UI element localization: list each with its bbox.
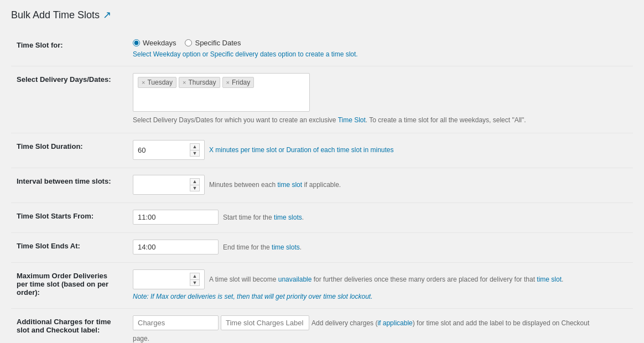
starts-from-row: Time Slot Starts From: Start time for th… (11, 203, 633, 233)
charges-label-input[interactable] (221, 315, 309, 330)
starts-from-field: Start time for the time slots. (127, 203, 633, 233)
tag-thursday-remove[interactable]: × (183, 79, 186, 86)
max-deliveries-row: Maximum Order Deliveries per time slot (… (11, 263, 633, 309)
starts-from-input[interactable] (133, 210, 219, 225)
external-link[interactable]: ↗ (103, 9, 111, 21)
max-deliveries-spinner: ▲ ▼ (133, 269, 205, 289)
tag-tuesday: × Tuesday (138, 77, 176, 88)
tag-tuesday-remove[interactable]: × (142, 79, 145, 86)
ends-at-field: End time for the time slots. (127, 233, 633, 263)
radio-weekdays-input[interactable] (133, 39, 140, 46)
charges-row: Additional Charges for time slot and Che… (11, 309, 633, 344)
interval-down-button[interactable]: ▼ (190, 185, 200, 191)
charges-field-row: Add delivery charges (if applicable) for… (133, 315, 627, 330)
starts-from-label: Time Slot Starts From: (11, 203, 127, 233)
ends-at-label: Time Slot Ends At: (11, 233, 127, 263)
interval-spinner: ▲ ▼ (133, 175, 205, 195)
tag-friday: × Friday (222, 77, 255, 88)
max-deliveries-input[interactable] (138, 276, 188, 284)
time-slot-for-label: Time Slot for: (11, 32, 127, 66)
duration-label: Time Slot Duration: (11, 133, 127, 168)
radio-weekdays[interactable]: Weekdays (133, 39, 176, 47)
charges-label: Additional Charges for time slot and Che… (11, 309, 127, 344)
time-slot-for-hint: Select Weekday option or Specific delive… (133, 50, 627, 58)
ends-at-input[interactable] (133, 240, 219, 254)
interval-input[interactable] (138, 181, 188, 189)
interval-spinner-buttons: ▲ ▼ (190, 178, 200, 191)
interval-hint: Minutes between each time slot if applic… (209, 181, 341, 189)
page-container: Bulk Add Time Slots ↗ Time Slot for: Wee… (0, 0, 644, 343)
charges-input[interactable] (133, 315, 219, 330)
max-deliveries-spinner-buttons: ▲ ▼ (190, 273, 200, 286)
radio-weekdays-label: Weekdays (143, 39, 176, 47)
tag-friday-remove[interactable]: × (226, 79, 230, 86)
charges-field: Add delivery charges (if applicable) for… (127, 309, 633, 344)
time-slot-for-field: Weekdays Specific Dates Select Weekday o… (127, 32, 633, 66)
time-slot-for-row: Time Slot for: Weekdays Specific Dates S… (11, 32, 633, 66)
max-deliveries-note: Note: If Max order deliveries is set, th… (133, 293, 627, 300)
ends-at-hint: End time for the time slots. (223, 243, 302, 251)
tag-tuesday-label: Tuesday (147, 79, 173, 86)
charges-hint-continuation: page. (133, 334, 627, 343)
max-deliveries-label: Maximum Order Deliveries per time slot (… (11, 263, 127, 309)
duration-input[interactable] (138, 146, 188, 154)
duration-spinner: ▲ ▼ (133, 140, 205, 160)
interval-label: Interval between time slots: (11, 168, 127, 203)
duration-down-button[interactable]: ▼ (190, 150, 200, 157)
delivery-days-row: Select Delivery Days/Dates: × Tuesday × … (11, 66, 633, 133)
max-deliveries-field-row: ▲ ▼ A time slot will become unavailable … (133, 269, 627, 289)
duration-row: Time Slot Duration: ▲ ▼ X minutes per ti… (11, 133, 633, 168)
title-text: Bulk Add Time Slots (11, 9, 100, 21)
radio-specific-dates[interactable]: Specific Dates (185, 39, 241, 47)
external-link-icon: ↗ (103, 9, 111, 20)
duration-hint: X minutes per time slot or Duration of e… (209, 146, 394, 154)
ends-at-row: Time Slot Ends At: End time for the time… (11, 233, 633, 263)
interval-field-row: ▲ ▼ Minutes between each time slot if ap… (133, 175, 627, 195)
page-title: Bulk Add Time Slots ↗ (11, 9, 633, 21)
max-deliveries-field: ▲ ▼ A time slot will become unavailable … (127, 263, 633, 309)
delivery-days-field: × Tuesday × Thursday × Friday Select Del… (127, 66, 633, 133)
interval-row: Interval between time slots: ▲ ▼ Minutes… (11, 168, 633, 203)
tag-thursday-label: Thursday (188, 79, 216, 86)
delivery-days-hint: Select Delivery Days/Dates for which you… (133, 115, 627, 125)
tag-friday-label: Friday (232, 79, 250, 86)
max-deliveries-hint: A time slot will become unavailable for … (209, 276, 563, 283)
ends-at-field-row: End time for the time slots. (133, 240, 627, 254)
tag-input-container[interactable]: × Tuesday × Thursday × Friday (133, 73, 310, 112)
duration-field: ▲ ▼ X minutes per time slot or Duration … (127, 133, 633, 168)
starts-from-hint: Start time for the time slots. (223, 214, 304, 221)
radio-group: Weekdays Specific Dates (133, 39, 627, 47)
duration-up-button[interactable]: ▲ (190, 143, 200, 150)
duration-field-row: ▲ ▼ X minutes per time slot or Duration … (133, 140, 627, 160)
tag-thursday: × Thursday (179, 77, 220, 88)
radio-specific-dates-input[interactable] (185, 39, 192, 46)
max-deliveries-down-button[interactable]: ▼ (190, 279, 200, 286)
delivery-days-label: Select Delivery Days/Dates: (11, 66, 127, 133)
interval-field: ▲ ▼ Minutes between each time slot if ap… (127, 168, 633, 203)
form-table: Time Slot for: Weekdays Specific Dates S… (11, 32, 633, 343)
charges-hint: Add delivery charges (if applicable) for… (311, 319, 589, 327)
interval-up-button[interactable]: ▲ (190, 178, 200, 185)
starts-from-field-row: Start time for the time slots. (133, 210, 627, 225)
max-deliveries-up-button[interactable]: ▲ (190, 273, 200, 279)
radio-specific-dates-label: Specific Dates (195, 39, 241, 47)
duration-spinner-buttons: ▲ ▼ (190, 143, 200, 157)
